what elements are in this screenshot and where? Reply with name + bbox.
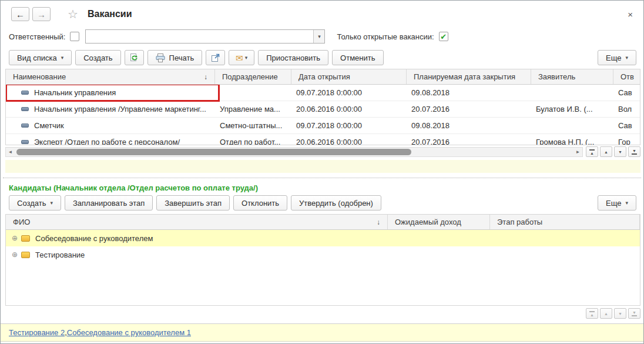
go-next-row-button[interactable]: ▼: [614, 308, 626, 319]
stage-link-interview[interactable]: Собеседование с руководителем 1: [67, 328, 191, 337]
table-row[interactable]: Начальник управления /Управление маркети…: [6, 101, 640, 118]
go-prev-row-button[interactable]: ▲: [600, 308, 612, 319]
candidates-table-body: ⊕ Собеседование с руководителем ⊕ Тестир…: [6, 230, 640, 305]
responsible-dropdown-button[interactable]: ▾: [313, 30, 324, 43]
column-header-open-date[interactable]: Дата открытия: [291, 69, 407, 84]
forward-arrow-icon: →: [37, 9, 46, 19]
table-footer-strip: [5, 160, 640, 173]
finish-stage-button[interactable]: Завершить этап: [156, 195, 230, 211]
chevron-down-icon: ▾: [625, 200, 628, 206]
more-button[interactable]: Еще ▾: [598, 50, 636, 65]
arrow-down-icon: ▼: [632, 310, 636, 315]
vacancies-table-header: Наименование ↓ Подразделение Дата открыт…: [6, 69, 640, 85]
candidates-nav-cluster: ▲ ▲ ▼ ▼: [586, 308, 640, 319]
page-title: Вакансии: [88, 9, 132, 19]
go-last-row-button[interactable]: ▼: [628, 146, 640, 157]
print-button[interactable]: Печать: [147, 50, 203, 65]
arrow-down-icon: ▼: [618, 150, 622, 154]
only-open-checkbox[interactable]: ✔: [439, 32, 448, 41]
list-item[interactable]: ⊕ Тестирование: [6, 246, 640, 263]
arrow-up-icon: ▲: [604, 312, 608, 316]
go-next-row-button[interactable]: ▼: [614, 146, 626, 157]
column-header-responsible[interactable]: Отв: [613, 69, 640, 84]
responsible-label: Ответственный:: [9, 32, 65, 41]
expand-icon[interactable]: ⊕: [12, 235, 18, 242]
scroll-right-icon[interactable]: ►: [573, 149, 582, 155]
column-header-name[interactable]: Наименование ↓: [6, 69, 215, 84]
chevron-down-icon: ▾: [245, 55, 248, 61]
back-button[interactable]: ←: [11, 7, 29, 21]
expand-icon[interactable]: ⊕: [12, 251, 18, 258]
column-header-planned-close[interactable]: Планируемая дата закрытия: [407, 69, 531, 84]
chevron-down-icon: ▾: [318, 34, 321, 39]
arrow-up-icon: ▲: [604, 150, 608, 154]
mail-icon: ✉: [236, 54, 243, 62]
printer-icon: [156, 54, 165, 62]
column-header-department[interactable]: Подразделение: [215, 69, 291, 84]
view-list-button[interactable]: Вид списка ▾: [9, 50, 72, 65]
arrow-down-icon: ▼: [618, 312, 622, 316]
vacancy-icon: [21, 107, 29, 111]
suspend-button[interactable]: Приостановить: [258, 50, 328, 65]
column-header-fio[interactable]: ФИО ↓: [6, 215, 388, 229]
responsible-combobox: ▾: [85, 29, 325, 44]
create-button[interactable]: Создать: [75, 50, 120, 65]
sort-desc-icon: ↓: [377, 218, 383, 226]
responsible-checkbox[interactable]: [70, 32, 79, 41]
table-row[interactable]: Начальник управления 09.07.2018 0:00:00 …: [6, 85, 640, 101]
more-label: Еще: [606, 54, 621, 62]
close-icon[interactable]: ×: [624, 9, 636, 19]
scroll-row: ◄ ► ▲ ▲ ▼ ▼: [5, 146, 640, 157]
favorite-star-icon[interactable]: ☆: [68, 7, 78, 21]
go-first-row-button[interactable]: ▲: [586, 146, 598, 157]
copy-document-icon: [129, 53, 139, 62]
stage-group-icon: [21, 235, 30, 242]
arrow-down-icon: ▼: [632, 149, 636, 153]
candidates-more-button[interactable]: Еще ▾: [598, 195, 636, 211]
column-header-applicant[interactable]: Заявитель: [531, 69, 613, 84]
candidates-table-header: ФИО ↓ Ожидаемый доход Этап работы: [6, 215, 640, 230]
scroll-left-icon[interactable]: ◄: [6, 149, 15, 155]
cancel-button[interactable]: Отменить: [332, 50, 383, 65]
go-last-row-button[interactable]: ▼: [628, 308, 640, 319]
approve-button[interactable]: Утвердить (одобрен): [291, 195, 381, 211]
responsible-input[interactable]: [86, 30, 313, 43]
forward-button[interactable]: →: [32, 7, 51, 21]
plan-stage-button[interactable]: Запланировать этап: [65, 195, 153, 211]
arrow-up-icon: ▲: [590, 151, 594, 155]
suspend-label: Приостановить: [266, 54, 320, 62]
go-first-row-button[interactable]: ▲: [586, 308, 598, 319]
horizontal-scrollbar[interactable]: ◄ ►: [5, 147, 583, 157]
column-header-stage[interactable]: Этап работы: [490, 215, 640, 229]
candidates-toolbar: Создать ▾ Запланировать этап Завершить э…: [1, 193, 643, 214]
candidates-nav-row: ▲ ▲ ▼ ▼: [1, 308, 640, 319]
vacancies-table-body: Начальник управления 09.07.2018 0:00:00 …: [6, 85, 640, 145]
table-row[interactable]: Эксперт /Отдел по работе с персоналом/ О…: [6, 134, 640, 145]
vacancy-icon: [21, 91, 29, 95]
stage-summary-footer: Тестирование 2, Собеседование с руководи…: [1, 323, 643, 342]
go-prev-row-button[interactable]: ▲: [600, 146, 612, 157]
scrollbar-thumb[interactable]: [16, 149, 411, 155]
external-link-icon: [211, 54, 220, 62]
open-in-new-window-button[interactable]: [206, 50, 225, 65]
send-email-button[interactable]: ✉ ▾: [229, 50, 254, 65]
table-row[interactable]: Сметчик Сметно-штатны... 09.07.2018 0:00…: [6, 118, 640, 134]
list-item[interactable]: ⊕ Собеседование с руководителем: [6, 230, 640, 246]
chevron-down-icon: ▾: [50, 200, 53, 206]
arrow-up-icon: ▲: [590, 313, 594, 317]
reject-button[interactable]: Отклонить: [233, 195, 287, 211]
only-open-label: Только открытые вакансии:: [337, 32, 434, 41]
vacancies-window: ← → ☆ Вакансии × Ответственный: ▾ Только…: [0, 0, 644, 344]
column-header-expected-income[interactable]: Ожидаемый доход: [388, 215, 490, 229]
candidates-section-title: Кандидаты (Начальник отдела /Отдел расче…: [9, 183, 636, 193]
create-copy-button[interactable]: [125, 50, 144, 65]
candidates-create-button[interactable]: Создать ▾: [9, 195, 61, 211]
cancel-label: Отменить: [340, 54, 375, 62]
chevron-down-icon: ▾: [625, 55, 628, 61]
stage-link-testing[interactable]: Тестирование 2: [9, 328, 65, 337]
section-separator: [3, 178, 641, 178]
view-list-label: Вид списка: [17, 54, 57, 62]
vacancies-table: Наименование ↓ Подразделение Дата открыт…: [5, 69, 640, 145]
vacancy-icon: [21, 140, 29, 144]
stage-group-icon: [21, 252, 30, 258]
